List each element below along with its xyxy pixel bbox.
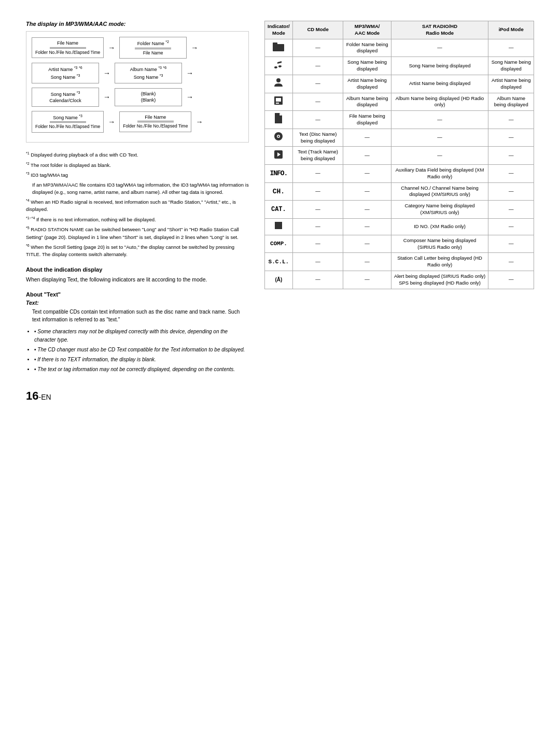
diagram-arrow-1: → (108, 44, 115, 52)
bullet-3: If there is no TEXT information, the dis… (34, 356, 249, 364)
cd-artist: — (292, 75, 343, 93)
icon-square (265, 218, 293, 235)
diagram-row-3: Song Name *3 Calendar/Clock → (Blank) (B… (32, 88, 243, 107)
diagram-arrow-4b: → (195, 118, 203, 126)
about-indication-heading: About the indication display (26, 266, 249, 273)
cd-cat: — (292, 201, 343, 219)
sat-scl: Station Call Letter being displayed (HD … (391, 253, 488, 271)
table-header-row: Indicator/Mode CD Mode MP3/WMA/AAC Mode … (265, 21, 534, 39)
ipod-info: — (488, 165, 534, 183)
svg-rect-5 (276, 103, 279, 104)
ipod-scl: — (488, 253, 534, 271)
ipod-alert: — (488, 271, 534, 289)
svg-point-2 (276, 78, 281, 82)
diagram-row-1: File Name Folder No./File No./Elapsed Ti… (32, 37, 243, 59)
svg-point-8 (278, 136, 279, 137)
mp3-album: Album Name being displayed (343, 93, 391, 111)
ipod-artist: Artist Name being displayed (488, 75, 534, 93)
icon-track (265, 147, 293, 165)
diagram-row-2: Artist Name *3 *6 Song Name *3 → Album N… (32, 63, 243, 83)
mp3-track: — (343, 147, 391, 165)
about-text-heading: About "Text" (26, 291, 249, 298)
table-row: (Ā) — — Alert being displayed (SIRIUS Ra… (265, 271, 534, 289)
diagram-box-2-right: Album Name *3 *6 Song Name *3 (115, 63, 182, 83)
footnote-4: *4 When an HD Radio signal is received, … (26, 198, 249, 214)
icon-comp: COMP. (265, 235, 293, 253)
table-row: — Artist Name being displayed Artist Nam… (265, 75, 534, 93)
mp3-music: Song Name being displayed (343, 57, 391, 75)
icon-album (265, 93, 293, 111)
sat-file: — (391, 111, 488, 129)
footnote-6: *6 When the Scroll Setting (page 20) is … (26, 243, 249, 259)
mp3-artist: Artist Name being displayed (343, 75, 391, 93)
icon-cat: CAT. (265, 201, 293, 219)
sat-alert: Alert being displayed (SIRIUS Radio only… (391, 271, 488, 289)
sat-folder: — (391, 39, 488, 57)
cd-scl: — (292, 253, 343, 271)
left-column: The display in MP3/WMA/AAC mode: File Na… (26, 21, 249, 403)
footnote-1: *1 Displayed during playback of a disc w… (26, 151, 249, 159)
footnote-3-detail: If an MP3/WMA/AAC file contains ID3 tag/… (32, 181, 249, 196)
cd-track: Text (Track Name) being displayed (292, 147, 343, 165)
ipod-file: — (488, 111, 534, 129)
icon-ch: CH. (265, 182, 293, 201)
display-section-title: The display in MP3/WMA/AAC mode: (26, 21, 249, 27)
table-row: CAT. — — Category Name being displayed (… (265, 201, 534, 219)
footnote-2: *2 The root folder is displayed as blank… (26, 161, 249, 169)
diagram-row-4: Song Name *3 Folder No./File No./Elapsed… (32, 111, 243, 133)
diagram-arrow-2: → (103, 69, 110, 77)
mp3-cat: — (343, 201, 391, 219)
cd-file: — (292, 111, 343, 129)
svg-rect-1 (273, 43, 277, 45)
about-text-subheading: Text: (26, 300, 249, 306)
cd-square: — (292, 218, 343, 235)
ipod-disc: — (488, 129, 534, 147)
bullet-2: The CD changer must also be CD Text comp… (34, 346, 249, 354)
svg-rect-0 (273, 44, 284, 51)
diagram-box-4-left: Song Name *3 Folder No./File No./Elapsed… (32, 111, 104, 133)
mp3-folder: Folder Name being displayed (343, 39, 391, 57)
mp3-file: File Name being displayed (343, 111, 391, 129)
svg-rect-11 (275, 222, 282, 229)
indicator-table: Indicator/Mode CD Mode MP3/WMA/AAC Mode … (264, 21, 534, 289)
mp3-ch: — (343, 182, 391, 201)
svg-rect-4 (276, 98, 281, 102)
table-row: S.C.L. — — Station Call Letter being dis… (265, 253, 534, 271)
ipod-track: — (488, 147, 534, 165)
ipod-square: — (488, 218, 534, 235)
icon-file (265, 111, 293, 129)
col-header-sat: SAT RADIO/HDRadio Mode (391, 21, 488, 39)
icon-info: INFO. (265, 165, 293, 183)
diagram-arrow-3b: → (186, 93, 193, 101)
icon-disc (265, 129, 293, 147)
page-number: 16-EN (26, 389, 249, 403)
cd-disc: Text (Disc Name) being displayed (292, 129, 343, 147)
mp3-comp: — (343, 235, 391, 253)
diagram-arrow-1b: → (191, 44, 198, 52)
diagram-arrow-2b: → (186, 69, 193, 77)
diagram-box-3-left: Song Name *3 Calendar/Clock (32, 88, 99, 107)
cd-alert: — (292, 271, 343, 289)
diagram-box-1-right: Folder Name *2 File Name (119, 37, 187, 59)
ipod-ch: — (488, 182, 534, 201)
footnote-5: *5 RADIO STATION NAME can be switched be… (26, 225, 249, 241)
sat-track: — (391, 147, 488, 165)
table-row: — — ID NO. (XM Radio only) — (265, 218, 534, 235)
about-text-body: Text compatible CDs contain text informa… (32, 308, 249, 323)
diagram-arrow-3: → (103, 93, 110, 101)
col-header-indicator: Indicator/Mode (265, 21, 293, 39)
table-row: — Album Name being displayed Album Name … (265, 93, 534, 111)
col-header-cd: CD Mode (292, 21, 343, 39)
table-row: INFO. — — Auxiliary Data Field being dis… (265, 165, 534, 183)
mp3-info: — (343, 165, 391, 183)
diagram-box-2-left: Artist Name *3 *6 Song Name *3 (32, 63, 99, 83)
ipod-album: Album Name being displayed (488, 93, 534, 111)
mp3-display-diagram: File Name Folder No./File No./Elapsed Ti… (26, 31, 249, 143)
right-column: Indicator/Mode CD Mode MP3/WMA/AAC Mode … (264, 21, 534, 403)
footnote-1-4: *1~*4 If there is no text information, n… (26, 216, 249, 223)
icon-folder (265, 39, 293, 57)
sat-info: Auxiliary Data Field being displayed (XM… (391, 165, 488, 183)
diagram-box-3-right: (Blank) (Blank) (115, 88, 182, 106)
table-row: — File Name being displayed — — (265, 111, 534, 129)
ipod-cat: — (488, 201, 534, 219)
